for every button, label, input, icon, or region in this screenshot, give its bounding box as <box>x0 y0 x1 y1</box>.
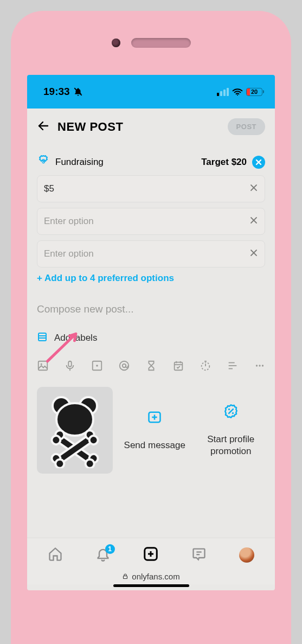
lock-icon <box>122 572 128 581</box>
status-left: 19:33 <box>43 86 83 98</box>
fundraising-dollar-icon: $ <box>37 155 50 170</box>
microphone-icon[interactable] <box>64 360 76 372</box>
status-bar: 19:33 20 <box>27 75 275 109</box>
option-field-1[interactable] <box>44 183 249 194</box>
schedule-icon[interactable] <box>172 360 184 372</box>
svg-rect-15 <box>38 361 48 371</box>
nav-new-post-icon[interactable] <box>143 546 159 564</box>
attachment-and-actions-row: Send message Start profile promotion <box>37 387 265 474</box>
image-icon[interactable] <box>37 360 49 372</box>
svg-point-52 <box>228 409 230 410</box>
svg-point-20 <box>96 365 98 367</box>
promotion-icon <box>223 403 239 419</box>
svg-rect-12 <box>38 333 46 341</box>
fundraising-target: Target $20 <box>201 157 247 168</box>
fundraising-header: $ Fundraising Target $20 <box>37 155 265 170</box>
notifications-badge-count: 1 <box>105 544 115 554</box>
remove-fundraising-button[interactable] <box>252 156 265 169</box>
hourglass-icon[interactable] <box>145 360 157 372</box>
phone-frame: 19:33 20 <box>11 11 291 644</box>
svg-point-1 <box>237 94 238 95</box>
more-icon[interactable] <box>254 360 266 372</box>
home-indicator[interactable] <box>113 584 189 587</box>
bottom-nav: 1 <box>27 538 275 566</box>
svg-rect-23 <box>175 362 183 371</box>
media-thumbnail[interactable] <box>37 387 113 474</box>
send-message-card[interactable]: Send message <box>120 387 189 474</box>
nav-home-icon[interactable] <box>48 546 63 564</box>
svg-point-16 <box>41 364 42 365</box>
browser-url-bar[interactable]: onlyfans.com <box>27 566 275 584</box>
clear-option-3-icon[interactable] <box>249 248 258 259</box>
start-promotion-card[interactable]: Start profile promotion <box>197 387 266 474</box>
notifications-muted-icon <box>73 87 83 97</box>
svg-rect-60 <box>124 576 127 579</box>
option-field-2[interactable] <box>44 216 249 227</box>
add-labels-row[interactable]: Add labels <box>37 331 265 345</box>
svg-text:$: $ <box>42 158 45 164</box>
status-time: 19:33 <box>43 86 70 98</box>
labels-icon <box>37 331 48 345</box>
add-labels-text: Add labels <box>54 333 97 343</box>
svg-point-53 <box>232 412 234 414</box>
cellular-signal-icon <box>217 88 229 96</box>
nav-notifications-icon[interactable]: 1 <box>95 546 111 564</box>
compose-textarea[interactable]: Compose new post... <box>37 303 265 315</box>
wifi-icon <box>232 87 243 96</box>
clear-option-2-icon[interactable] <box>249 216 258 227</box>
option-input-1[interactable] <box>37 175 265 202</box>
battery-indicator: 20 <box>246 88 264 96</box>
svg-point-22 <box>123 364 126 367</box>
option-input-2[interactable] <box>37 208 265 235</box>
front-camera <box>112 39 120 47</box>
poll-icon[interactable] <box>227 360 239 372</box>
battery-percentage: 20 <box>247 88 262 95</box>
url-domain: onlyfans.com <box>132 572 179 581</box>
nav-messages-icon[interactable] <box>191 546 207 564</box>
svg-point-21 <box>120 361 129 371</box>
svg-point-34 <box>259 365 260 366</box>
content-area: $ Fundraising Target $20 <box>27 143 275 538</box>
timer-icon[interactable] <box>200 360 211 372</box>
add-option-link[interactable]: + Add up to 4 preferred options <box>37 273 265 284</box>
phone-top-hardware <box>27 38 275 48</box>
mention-icon[interactable] <box>118 360 130 372</box>
status-right: 20 <box>217 87 264 96</box>
fundraising-label: Fundraising <box>55 157 104 168</box>
svg-point-33 <box>256 365 258 366</box>
send-message-icon <box>147 409 162 425</box>
promotion-label: Start profile promotion <box>200 433 262 457</box>
gif-icon[interactable] <box>91 360 103 372</box>
speaker-grille <box>131 38 191 48</box>
option-field-3[interactable] <box>44 248 249 259</box>
svg-rect-17 <box>68 361 72 367</box>
post-button[interactable]: POST <box>228 118 265 135</box>
screen: 19:33 20 <box>27 75 275 590</box>
page-header: NEW POST POST <box>27 109 275 143</box>
nav-profile-avatar[interactable] <box>239 547 254 563</box>
option-input-3[interactable] <box>37 240 265 267</box>
svg-point-35 <box>262 365 264 366</box>
compose-toolbar <box>37 360 265 372</box>
bear-crossbones-icon <box>42 392 107 468</box>
send-message-label: Send message <box>124 439 185 451</box>
clear-option-1-icon[interactable] <box>249 183 258 194</box>
back-arrow-icon[interactable] <box>37 119 50 135</box>
page-title: NEW POST <box>57 120 123 134</box>
